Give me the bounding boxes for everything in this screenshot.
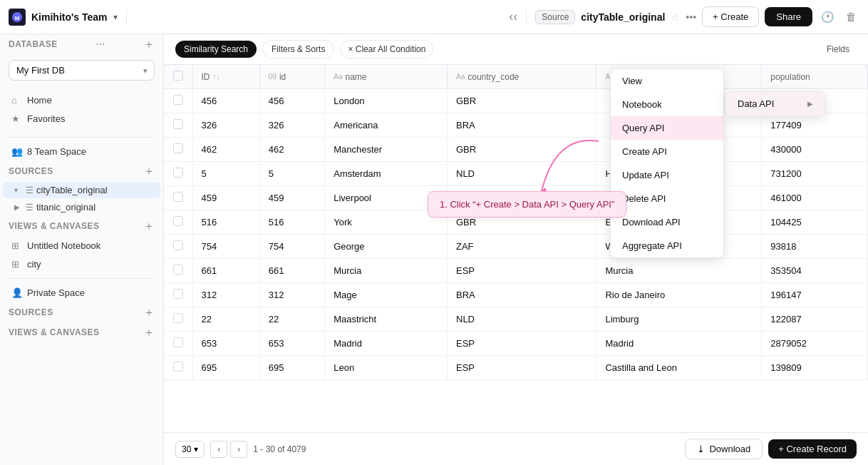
dropdown-item-notebook[interactable]: Notebook bbox=[611, 93, 723, 116]
dropdown-item-view[interactable]: View bbox=[611, 69, 723, 93]
col-ID-header[interactable]: ID↑↓ bbox=[192, 65, 259, 89]
private-views-title: Views & Canvases bbox=[9, 327, 99, 337]
table-row[interactable]: 653653MadridESPMadrid2879052 bbox=[164, 332, 868, 356]
page-info: 1 - 30 of 4079 bbox=[253, 444, 306, 454]
cell-district: Murcia bbox=[596, 259, 762, 283]
download-button[interactable]: ⤓ Download bbox=[685, 439, 763, 459]
fields-button[interactable]: Fields bbox=[820, 41, 857, 58]
sidebar-item-favorites[interactable]: ★ Favorites bbox=[3, 110, 160, 128]
private-sources-title: Sources bbox=[9, 307, 53, 317]
row-checkbox[interactable] bbox=[173, 289, 183, 299]
cell-country_code: GBR bbox=[448, 138, 596, 162]
row-checkbox[interactable] bbox=[173, 192, 183, 202]
source-badge: Source bbox=[535, 10, 575, 24]
page-size-select[interactable]: 30 ▾ bbox=[175, 441, 205, 458]
cell-country_code: ESP bbox=[448, 332, 596, 356]
col-checkbox-header[interactable] bbox=[164, 65, 192, 89]
row-checkbox[interactable] bbox=[173, 119, 183, 129]
cell-country_code: NLD bbox=[448, 307, 596, 332]
cell-country_code: GBR bbox=[448, 89, 596, 113]
team-chevron-icon[interactable]: ▾ bbox=[113, 12, 118, 22]
toolbar: Similarity Search Filters & Sorts × Clea… bbox=[164, 34, 868, 65]
source-titanic[interactable]: ▶ ☰ titanic_original ••• bbox=[3, 199, 160, 215]
similarity-search-button[interactable]: Similarity Search bbox=[175, 41, 257, 58]
team-name[interactable]: Kimihito's Team bbox=[31, 11, 108, 23]
create-record-button[interactable]: + Create Record bbox=[768, 439, 857, 459]
database-add-icon[interactable]: ··· bbox=[95, 39, 105, 50]
row-checkbox[interactable] bbox=[173, 168, 183, 178]
page-size-value: 30 bbox=[182, 444, 191, 454]
row-checkbox[interactable] bbox=[173, 240, 183, 250]
view-city[interactable]: ⊞ city ••• bbox=[3, 255, 160, 273]
dropdown-item-notebook-label: Notebook bbox=[622, 99, 662, 110]
content-area: Similarity Search Filters & Sorts × Clea… bbox=[164, 34, 868, 465]
create-button[interactable]: + Create bbox=[702, 6, 759, 27]
col-name-type-icon: Aa bbox=[334, 73, 342, 81]
dropdown-item-aggregate-api[interactable]: Aggregate API bbox=[611, 234, 723, 257]
dropdown-item-query-api[interactable]: Query API bbox=[611, 116, 723, 140]
row-checkbox[interactable] bbox=[173, 143, 183, 153]
topbar-left: M Kimihito's Team ▾ ‹‹ Source cityTable_… bbox=[9, 9, 696, 26]
row-checkbox[interactable] bbox=[173, 265, 183, 275]
team-space-item[interactable]: 👥 8 Team Space bbox=[3, 143, 160, 160]
sidebar-collapse-icon[interactable]: ‹‹ bbox=[509, 9, 517, 24]
more-options-icon[interactable]: ••• bbox=[686, 11, 696, 23]
dropdown-item-create-api[interactable]: Create API bbox=[611, 140, 723, 163]
row-checkbox-cell bbox=[164, 89, 192, 113]
col-name-header[interactable]: Aaname bbox=[325, 65, 448, 89]
row-checkbox[interactable] bbox=[173, 362, 183, 372]
cell-id: 312 bbox=[259, 283, 324, 307]
page-nav: ‹ › bbox=[210, 441, 247, 458]
row-checkbox[interactable] bbox=[173, 337, 183, 347]
select-all-checkbox[interactable] bbox=[173, 71, 183, 81]
clear-all-button[interactable]: × Clear All Condition bbox=[340, 40, 433, 58]
history-icon[interactable]: 🕐 bbox=[818, 8, 837, 26]
sidebar-item-home[interactable]: ⌂ Home bbox=[3, 91, 160, 109]
table-row[interactable]: 2222MaastrichtNLDLimburg122087 bbox=[164, 307, 868, 332]
tooltip-text: 1. Click “+ Create > Data API > Query AP… bbox=[440, 199, 614, 210]
row-checkbox[interactable] bbox=[173, 95, 183, 105]
dropdown-item-download-api[interactable]: Download API bbox=[611, 210, 723, 234]
share-button[interactable]: Share bbox=[765, 7, 812, 26]
private-space-item[interactable]: 👤 Private Space bbox=[3, 284, 160, 302]
cell-district: Castilla and Leon bbox=[596, 356, 762, 380]
table-row[interactable]: 695695LeonESPCastilla and Leon139809 bbox=[164, 356, 868, 380]
source-citytable-chevron-icon: ▾ bbox=[14, 186, 23, 194]
page-size-chevron-icon: ▾ bbox=[194, 444, 198, 454]
col-ID-label: ID bbox=[202, 72, 210, 82]
row-checkbox[interactable] bbox=[173, 216, 183, 226]
view-notebook[interactable]: ⊞ Untitled Notebook ••• bbox=[3, 237, 160, 255]
table-row[interactable]: 661661MurciaESPMurcia353504 bbox=[164, 259, 868, 283]
cell-ID: 516 bbox=[192, 210, 259, 235]
database-new-icon[interactable]: ＋ bbox=[143, 39, 155, 50]
cell-name: Madrid bbox=[325, 332, 448, 356]
row-checkbox[interactable] bbox=[173, 313, 183, 323]
submenu-data-api-header[interactable]: Data API ▶ bbox=[726, 92, 825, 116]
favorite-star-icon[interactable]: ☆ bbox=[671, 11, 680, 23]
dropdown-item-delete-api[interactable]: Delete API bbox=[611, 187, 723, 210]
cell-name: Murcia bbox=[325, 259, 448, 283]
filters-sorts-button[interactable]: Filters & Sorts bbox=[262, 40, 334, 58]
private-space-section: 👤 Private Space Sources ＋ Views & Canvas… bbox=[0, 283, 163, 342]
team-views-add-icon[interactable]: ＋ bbox=[143, 220, 155, 232]
row-checkbox-cell bbox=[164, 235, 192, 259]
team-views-title: Views & Canvases bbox=[9, 221, 99, 231]
team-sources-add-icon[interactable]: ＋ bbox=[143, 165, 155, 177]
db-select[interactable]: My First DB bbox=[9, 60, 155, 81]
cell-district: Rio de Janeiro bbox=[596, 283, 762, 307]
col-id-header[interactable]: 09id bbox=[259, 65, 324, 89]
cell-ID: 326 bbox=[192, 113, 259, 138]
download-icon: ⤓ bbox=[697, 444, 705, 454]
trash-icon[interactable]: 🗑 bbox=[843, 8, 859, 26]
private-views-add-icon[interactable]: ＋ bbox=[143, 327, 155, 338]
prev-page-button[interactable]: ‹ bbox=[210, 441, 227, 458]
col-country-header[interactable]: Aacountry_code bbox=[448, 65, 596, 89]
source-citytable[interactable]: ▾ ☰ cityTable_original ••• bbox=[3, 182, 160, 198]
team-sources-title: Sources bbox=[9, 166, 53, 176]
source-citytable-table-icon: ☰ bbox=[26, 185, 33, 195]
team-sources-header: Sources ＋ bbox=[0, 161, 163, 181]
private-sources-add-icon[interactable]: ＋ bbox=[143, 307, 155, 318]
dropdown-item-update-api[interactable]: Update API bbox=[611, 163, 723, 187]
next-page-button[interactable]: › bbox=[230, 441, 247, 458]
table-row[interactable]: 312312MageBRARio de Janeiro196147 bbox=[164, 283, 868, 307]
